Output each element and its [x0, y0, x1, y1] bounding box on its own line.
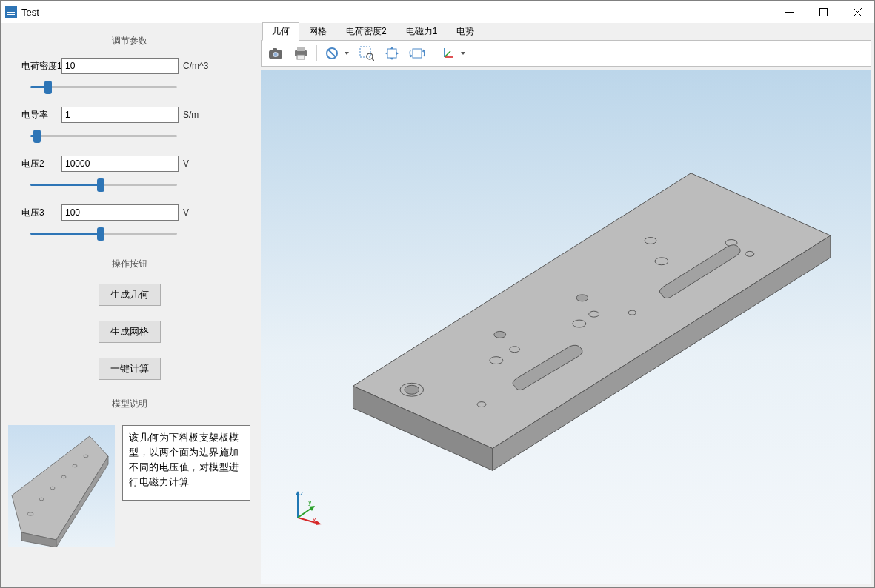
main-panel: 几何 网格 电荷密度2 电磁力1 电势	[258, 23, 874, 587]
param-label: 电荷密度1	[21, 60, 61, 73]
content-area: 调节参数 电荷密度1 C/m^3 电导率 S/m 电压2 V	[1, 23, 874, 587]
tab-charge-density2[interactable]: 电荷密度2	[336, 22, 396, 41]
group-title-ops: 操作按钮	[8, 258, 250, 270]
axes-icon[interactable]	[439, 44, 468, 63]
param-label: 电压2	[21, 158, 61, 170]
conductivity-slider[interactable]	[30, 135, 177, 137]
zoom-box-icon[interactable]	[357, 44, 376, 63]
svg-point-34	[405, 385, 419, 394]
viewport-toolbar	[261, 40, 871, 67]
voltage2-slider[interactable]	[30, 184, 177, 186]
model-description: 该几何为下料板支架板模型，以两个面为边界施加不同的电压值，对模型进行电磁力计算	[122, 425, 250, 501]
titlebar: Test	[1, 1, 874, 23]
svg-line-21	[328, 50, 336, 57]
param-label: 电压3	[21, 207, 61, 219]
3d-viewport[interactable]: z x y	[261, 70, 871, 584]
charge-density-slider[interactable]	[30, 86, 177, 88]
group-title-params: 调节参数	[8, 35, 250, 47]
svg-marker-4	[12, 436, 108, 540]
reset-icon[interactable]	[323, 44, 351, 63]
param-unit: V	[183, 207, 189, 218]
model-thumbnail	[8, 425, 115, 547]
app-icon	[5, 6, 17, 18]
svg-rect-19	[297, 55, 305, 59]
svg-rect-26	[413, 49, 422, 58]
description-row: 该几何为下料板支架板模型，以两个面为边界施加不同的电压值，对模型进行电磁力计算	[8, 425, 250, 547]
param-unit: C/m^3	[183, 61, 208, 71]
param-row-voltage3: 电压3 V	[21, 204, 250, 221]
print-icon[interactable]	[291, 44, 310, 63]
generate-mesh-button[interactable]: 生成网格	[99, 321, 161, 343]
voltage3-input[interactable]	[61, 204, 179, 221]
rotate-icon[interactable]	[407, 44, 427, 63]
camera-icon[interactable]	[266, 44, 285, 63]
svg-point-38	[494, 331, 506, 338]
toolbar-divider	[433, 45, 433, 61]
svg-rect-1	[819, 8, 827, 16]
svg-rect-22	[360, 47, 370, 57]
svg-point-23	[367, 53, 373, 59]
svg-text:z: z	[300, 490, 304, 497]
close-button[interactable]	[840, 1, 874, 23]
minimize-button[interactable]	[772, 1, 806, 23]
param-row-charge-density: 电荷密度1 C/m^3	[21, 58, 250, 74]
group-title-desc: 模型说明	[8, 398, 250, 410]
tab-mesh[interactable]: 网格	[299, 22, 336, 41]
tab-geometry[interactable]: 几何	[262, 22, 299, 41]
pan-icon[interactable]	[382, 44, 402, 63]
param-label: 电导率	[21, 109, 61, 121]
voltage2-input[interactable]	[61, 156, 179, 172]
toolbar-divider	[316, 45, 317, 61]
window-title: Test	[21, 7, 39, 18]
param-unit: V	[183, 158, 189, 169]
svg-point-41	[576, 295, 588, 301]
axis-gizmo: z x y	[290, 488, 327, 525]
conductivity-input[interactable]	[61, 107, 179, 123]
app-window: Test 调节参数 电荷密度1 C/m^3	[0, 0, 875, 588]
param-unit: S/m	[183, 110, 199, 120]
svg-rect-18	[297, 47, 305, 51]
svg-rect-25	[387, 49, 396, 58]
maximize-button[interactable]	[806, 1, 840, 23]
param-row-voltage2: 电压2 V	[21, 156, 250, 172]
tab-potential[interactable]: 电势	[447, 22, 484, 41]
svg-line-29	[445, 51, 450, 57]
voltage3-slider[interactable]	[30, 233, 177, 235]
svg-line-24	[372, 59, 374, 61]
param-row-conductivity: 电导率 S/m	[21, 107, 250, 123]
svg-marker-51	[316, 521, 322, 525]
svg-line-53	[298, 507, 313, 518]
model-rendering	[261, 70, 871, 584]
svg-rect-14	[273, 48, 277, 51]
calculate-button[interactable]: 一键计算	[99, 358, 161, 380]
tabs: 几何 网格 电荷密度2 电磁力1 电势	[258, 23, 874, 41]
chevron-down-icon	[461, 52, 465, 55]
sidebar: 调节参数 电荷密度1 C/m^3 电导率 S/m 电压2 V	[1, 23, 258, 587]
tab-em-force1[interactable]: 电磁力1	[396, 22, 448, 41]
svg-text:y: y	[308, 498, 312, 506]
chevron-down-icon	[345, 52, 349, 55]
svg-text:x: x	[313, 516, 316, 524]
generate-geometry-button[interactable]: 生成几何	[99, 284, 161, 306]
charge-density-input[interactable]	[61, 58, 179, 74]
svg-point-16	[274, 53, 277, 56]
